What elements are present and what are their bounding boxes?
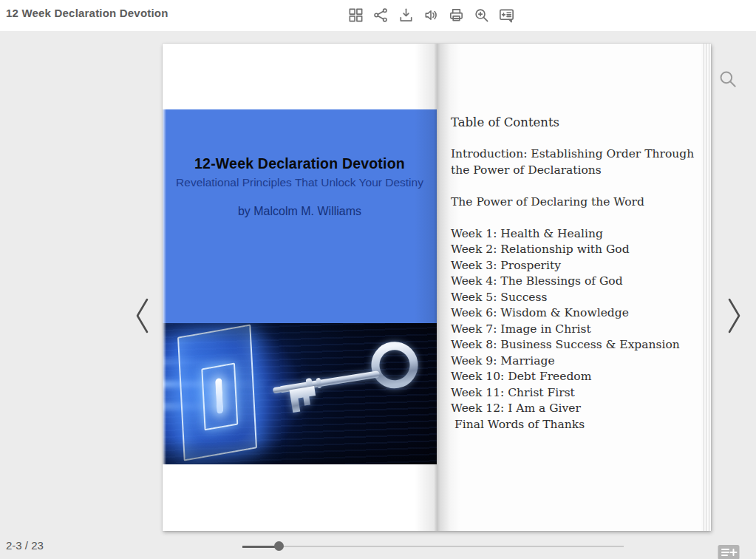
document-title: 12 Week Declaration Devotion	[6, 7, 168, 19]
share-icon[interactable]	[372, 4, 389, 25]
toc-week-6: Week 6: Wisdom & Knowledge	[451, 305, 706, 322]
page-slider[interactable]	[242, 541, 624, 552]
cover-title: 12-Week Declaration Devotion	[163, 155, 437, 172]
toc-week-3: Week 3: Prosperity	[451, 258, 706, 274]
header-bar: 12 Week Declaration Devotion	[0, 0, 756, 31]
page-right[interactable]: Table of Contents Introduction: Establis…	[437, 44, 711, 531]
page-zoom-icon[interactable]	[718, 69, 738, 89]
toc-week-8: Week 8: Business Success & Expansion	[451, 337, 706, 353]
viewer-area: 12-Week Declaration Devotion Revelationa…	[0, 31, 756, 559]
book-spread: 12-Week Declaration Devotion Revelationa…	[163, 44, 711, 531]
page-left[interactable]: 12-Week Declaration Devotion Revelationa…	[163, 44, 437, 531]
cover-author: by Malcolm M. Williams	[163, 205, 437, 218]
toc-section: The Power of Declaring the Word	[451, 194, 706, 211]
toc-week-10: Week 10: Debt Freedom	[451, 369, 706, 385]
toc-week-1: Week 1: Health & Healing	[451, 226, 706, 243]
keyhole-key-image	[163, 323, 437, 464]
toc-week-7: Week 7: Image in Christ	[451, 322, 706, 338]
slider-fill	[242, 546, 279, 548]
slider-track[interactable]	[242, 546, 624, 547]
print-icon[interactable]	[447, 4, 465, 25]
page-indicator: 2-3 / 23	[6, 539, 44, 552]
add-note-icon[interactable]	[497, 4, 515, 25]
toc-week-12: Week 12: I Am a Giver	[451, 401, 706, 417]
page-edge-stack	[701, 44, 711, 531]
toc-heading: Table of Contents	[451, 115, 706, 131]
toc-week-9: Week 9: Marriage	[451, 353, 706, 370]
toc-final-words: Final Words of Thanks	[451, 417, 706, 433]
next-page-arrow[interactable]	[726, 297, 743, 337]
toc-week-4: Week 4: The Blessings of God	[451, 274, 706, 290]
toolbar	[347, 4, 515, 25]
download-icon[interactable]	[397, 4, 415, 25]
cover-block: 12-Week Declaration Devotion Revelationa…	[163, 109, 437, 323]
sound-icon[interactable]	[422, 4, 440, 25]
flipbook-viewer: 12 Week Declaration Devotion	[0, 0, 756, 559]
toc-week-11: Week 11: Christ First	[451, 385, 706, 402]
thumbnails-icon[interactable]	[347, 4, 364, 25]
table-of-contents: Table of Contents Introduction: Establis…	[451, 115, 706, 433]
toc-week-5: Week 5: Success	[451, 290, 706, 306]
toc-week-2: Week 2: Relationship with God	[451, 242, 706, 258]
prev-page-arrow[interactable]	[134, 297, 150, 337]
zoom-icon[interactable]	[472, 4, 490, 25]
slider-handle[interactable]	[274, 541, 284, 551]
toc-intro: Introduction: Establishing Order Through…	[451, 146, 706, 178]
note-bubble-icon[interactable]	[716, 543, 741, 559]
cover-subtitle: Revelational Principles That Unlock Your…	[163, 176, 437, 189]
